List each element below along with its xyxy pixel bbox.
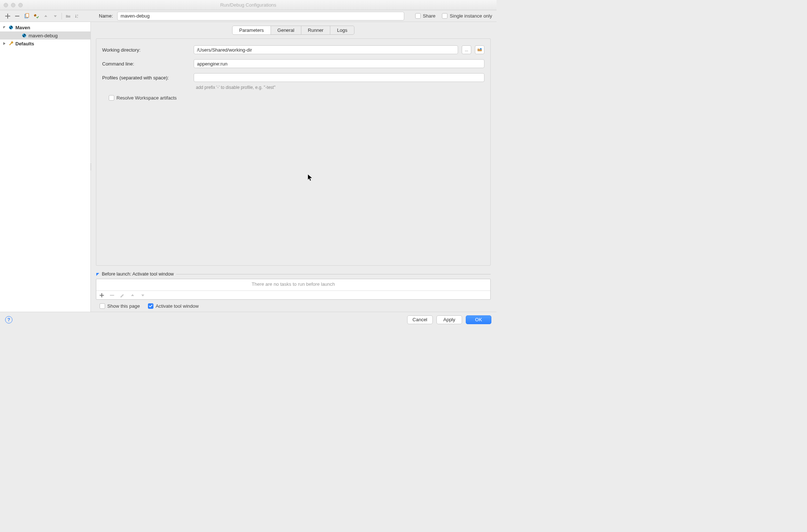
separator (62, 13, 62, 19)
before-launch-empty: There are no tasks to run before launch (96, 279, 490, 291)
share-checkbox-label: Share (423, 13, 436, 19)
show-this-page-checkbox[interactable]: Show this page (100, 303, 140, 309)
svg-rect-7 (480, 48, 481, 50)
activate-tool-window-checkbox[interactable]: Activate tool window (148, 303, 199, 309)
share-checkbox[interactable]: Share (415, 13, 436, 19)
config-tree[interactable]: Maven maven-debug Defaults (0, 22, 91, 312)
tab-logs[interactable]: Logs (330, 26, 354, 35)
folder-icon[interactable] (65, 13, 71, 19)
add-config-icon[interactable] (4, 13, 11, 19)
expand-icon[interactable] (2, 25, 7, 30)
close-window-icon[interactable] (4, 3, 8, 7)
profiles-input[interactable] (194, 73, 484, 82)
tab-general[interactable]: General (271, 26, 301, 35)
resolve-workspace-checkbox[interactable] (109, 95, 114, 101)
tree-label: Defaults (15, 41, 34, 46)
before-launch-title: Before launch: Activate tool window (102, 271, 174, 277)
svg-text:z: z (77, 16, 78, 18)
copy-config-icon[interactable] (23, 13, 30, 19)
parameters-panel: Working directory: ... Command line: Pro… (96, 38, 491, 266)
maven-icon (8, 25, 14, 30)
working-directory-label: Working directory: (102, 47, 190, 53)
edit-task-icon[interactable] (119, 292, 126, 299)
tree-node-maven-debug[interactable]: maven-debug (0, 31, 90, 40)
minimize-window-icon[interactable] (11, 3, 15, 7)
task-move-down-icon[interactable] (140, 292, 146, 299)
resolve-workspace-label: Resolve Workspace artifacts (116, 95, 177, 101)
tab-parameters[interactable]: Parameters (232, 26, 271, 35)
sort-alpha-icon[interactable]: az (74, 13, 81, 19)
show-this-page-label: Show this page (107, 303, 140, 309)
top-toolbar: az Name: Share Single instance only (0, 10, 497, 22)
window-controls (4, 3, 23, 7)
add-task-icon[interactable] (98, 292, 105, 299)
single-instance-checkbox[interactable]: Single instance only (442, 13, 492, 19)
tree-node-defaults[interactable]: Defaults (0, 40, 90, 48)
help-icon[interactable]: ? (5, 316, 12, 323)
task-move-up-icon[interactable] (129, 292, 136, 299)
tree-label: Maven (15, 25, 30, 30)
footer: ? Cancel Apply OK (0, 312, 497, 327)
split-handle[interactable] (89, 162, 93, 171)
zoom-window-icon[interactable] (18, 3, 23, 7)
svg-rect-1 (26, 14, 29, 17)
move-up-icon[interactable] (42, 13, 49, 19)
command-line-input[interactable] (194, 59, 484, 68)
profiles-label: Profiles (separated with space): (102, 75, 190, 80)
tree-label: maven-debug (29, 33, 58, 38)
maven-icon (21, 33, 27, 38)
browse-directory-button[interactable]: ... (462, 45, 471, 54)
move-down-icon[interactable] (52, 13, 59, 19)
cancel-button[interactable]: Cancel (407, 315, 433, 324)
titlebar: Run/Debug Configurations (0, 0, 497, 10)
window-title: Run/Debug Configurations (220, 2, 276, 8)
activate-tool-window-label: Activate tool window (156, 303, 199, 309)
apply-button[interactable]: Apply (436, 315, 462, 324)
name-label: Name: (99, 13, 113, 19)
profiles-hint: add prefix '-' to disable profile, e.g. … (196, 85, 484, 90)
tree-node-maven[interactable]: Maven (0, 23, 90, 31)
tabs: Parameters General Runner Logs (232, 26, 354, 35)
command-line-label: Command line: (102, 61, 190, 67)
remove-task-icon[interactable] (109, 292, 115, 299)
expand-icon[interactable] (2, 41, 7, 46)
save-config-icon[interactable] (33, 13, 40, 19)
single-instance-label: Single instance only (450, 13, 492, 19)
collapse-icon[interactable] (96, 272, 100, 276)
working-directory-input[interactable] (194, 45, 458, 54)
ok-button[interactable]: OK (466, 315, 491, 324)
recent-directory-button[interactable] (475, 45, 484, 54)
wrench-icon (8, 41, 14, 46)
name-input[interactable] (117, 12, 404, 20)
remove-config-icon[interactable] (14, 13, 21, 19)
before-launch-section: Before launch: Activate tool window Ther… (96, 271, 491, 309)
tab-runner[interactable]: Runner (301, 26, 331, 35)
